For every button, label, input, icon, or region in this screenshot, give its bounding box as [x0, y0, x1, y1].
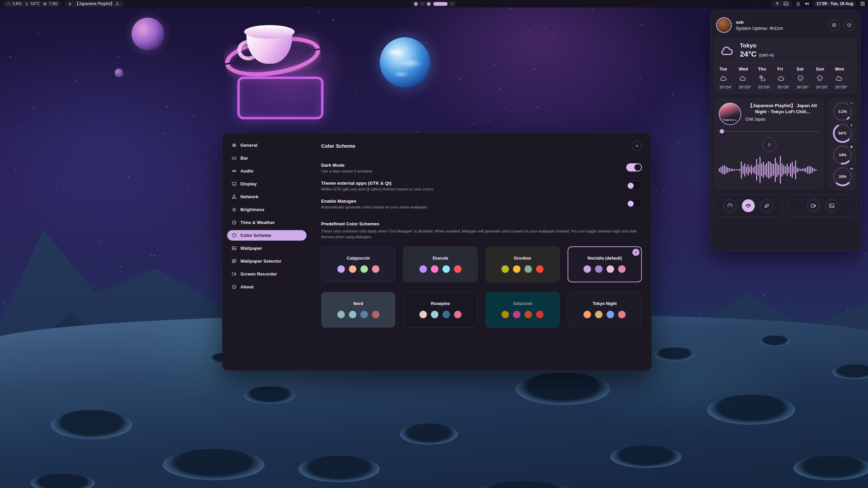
scheme-name: Rosepine [431, 301, 450, 306]
clock-pill[interactable]: 17:09 - Tue, 19 Aug [813, 1, 856, 7]
scheme-card-tokyo-night[interactable]: Tokyo Night [568, 292, 642, 328]
pause-icon [767, 142, 772, 147]
settings-button[interactable] [828, 20, 840, 31]
weather-divider [719, 63, 851, 63]
bar-media-pill[interactable]: 【Japanese Playlist】 J... [64, 1, 124, 7]
memory-stat: 7.8G [43, 1, 58, 6]
settings-sidebar: GeneralBarAudioDisplayNetworkBrightnessT… [222, 133, 312, 370]
color-swatch [607, 265, 614, 273]
sidebar-item-time-weather[interactable]: Time & Weather [227, 217, 307, 228]
toggle-theme-external-apps-gtk-qt[interactable] [626, 181, 642, 189]
sidebar-item-network[interactable]: Network [227, 191, 307, 202]
display-icon [232, 181, 237, 186]
schemes-section-title: Predefined Color Schemes [321, 221, 642, 226]
workspace-3[interactable] [427, 2, 431, 6]
power-profile-group [714, 195, 783, 217]
sidebar-item-label: Color Scheme [240, 233, 271, 238]
scheme-name: Gruvbox [514, 256, 531, 261]
wallpaper-button[interactable] [825, 199, 838, 212]
app-launcher-icon[interactable] [860, 1, 865, 6]
forecast-day-name: Mon [835, 66, 844, 72]
workspace-indicator[interactable] [411, 1, 457, 7]
setting-label: Theme external apps (GTK & Qt) [321, 181, 434, 186]
scheme-swatches [419, 265, 461, 273]
system-uptime: System Uptime: 4h11m [736, 26, 824, 31]
purple-planet [132, 18, 164, 50]
video-camera-icon [810, 203, 816, 209]
sidebar-item-label: Display [240, 181, 257, 186]
about-icon [232, 284, 237, 289]
setting-row-theme-external-apps-gtk-qt: Theme external apps (GTK & Qt)Writes GTK… [321, 181, 642, 191]
forecast-temps: 33°/26° [758, 85, 770, 89]
sidebar-item-label: Wallpaper Selector [240, 259, 281, 264]
color-swatch [419, 265, 427, 273]
forecast-day-name: Sun [816, 66, 824, 72]
general-icon [232, 143, 237, 148]
sidebar-item-display[interactable]: Display [227, 179, 307, 189]
power-profile-balanced-button[interactable] [742, 199, 755, 212]
media-progress-bar[interactable] [719, 129, 820, 134]
scheme-card-rosepine[interactable]: Rosepine [403, 292, 477, 328]
disk-gauge: 24% [832, 166, 853, 187]
scheme-card-solarized[interactable]: Solarized [486, 292, 560, 328]
sidebar-item-audio[interactable]: Audio [227, 166, 307, 176]
album-art[interactable]: TOKYO L [719, 103, 741, 125]
forecast-day-name: Fri [777, 66, 783, 72]
sidebar-item-brightness[interactable]: Brightness [227, 204, 307, 215]
power-profile-performance-button[interactable] [724, 199, 736, 212]
power-button[interactable] [844, 20, 855, 31]
notifications-icon[interactable] [795, 1, 801, 6]
play-pause-button[interactable] [762, 138, 776, 152]
desktop: 3.8% 53°C 7.8G 【Japanese Playlist】 J... [0, 0, 868, 488]
toggle-settings: Dark ModeUse a dark variant if available… [321, 163, 642, 209]
workspace-5[interactable] [450, 2, 454, 6]
screen-recorder-button[interactable] [807, 199, 820, 212]
sidebar-item-label: Time & Weather [240, 220, 275, 225]
wallpaper-selector-icon [232, 259, 237, 264]
thermometer-icon [848, 122, 855, 128]
workspace-2[interactable] [420, 2, 424, 6]
sidebar-item-label: Brightness [240, 207, 264, 212]
avatar[interactable] [716, 17, 732, 33]
power-profile-powersaver-button[interactable] [760, 199, 773, 212]
sidebar-item-screen-recorder[interactable]: Screen Recorder [227, 269, 307, 279]
tray-app-icon[interactable] [775, 1, 780, 6]
wallpaper-tray-icon[interactable] [783, 1, 789, 6]
workspace-4[interactable] [433, 2, 448, 6]
forecast-temps: 33°/26° [816, 85, 828, 89]
sidebar-item-wallpaper-selector[interactable]: Wallpaper Selector [227, 256, 307, 266]
close-button[interactable] [632, 141, 642, 151]
user-section: seb System Uptime: 4h11m [714, 14, 857, 36]
sidebar-item-bar[interactable]: Bar [227, 153, 307, 163]
progress-knob[interactable] [719, 129, 724, 134]
color-swatch [513, 265, 520, 273]
toggle-dark-mode[interactable] [626, 163, 642, 171]
sidebar-item-wallpaper[interactable]: Wallpaper [227, 243, 307, 253]
system-stats-pill[interactable]: 3.8% 53°C 7.8G [3, 1, 61, 7]
color-scheme-icon [232, 233, 237, 238]
scheme-name: Tokyo Night [593, 301, 617, 306]
scheme-swatches [337, 265, 379, 273]
sidebar-item-general[interactable]: General [227, 140, 307, 150]
scheme-card-noctalia-default[interactable]: ✓Noctalia (default) [568, 246, 642, 282]
color-swatch [607, 311, 614, 318]
scheme-card-dracula[interactable]: Dracula [403, 246, 477, 282]
color-swatch [454, 311, 461, 318]
volume-icon[interactable] [804, 1, 810, 6]
forecast-day-wed: Wed35°/25° [739, 66, 755, 89]
color-swatch [501, 265, 509, 273]
network-icon [232, 194, 237, 199]
scheme-card-catppuccin[interactable]: Catppuccin [321, 246, 395, 282]
workspace-1[interactable] [414, 2, 418, 6]
toggle-enable-matugen[interactable] [626, 199, 642, 207]
cup-rim [244, 25, 295, 39]
scheme-card-gruvbox[interactable]: Gruvbox [486, 246, 560, 282]
weather-cloud-icon [719, 43, 735, 58]
cloud-icon [719, 74, 728, 82]
scheme-card-nord[interactable]: Nord [321, 292, 395, 328]
bar-icon [232, 156, 237, 161]
scheme-name: Noctalia (default) [588, 256, 622, 261]
sidebar-item-color-scheme[interactable]: Color Scheme [227, 230, 307, 241]
sidebar-item-about[interactable]: About [227, 282, 307, 292]
scheme-swatches [337, 311, 379, 318]
